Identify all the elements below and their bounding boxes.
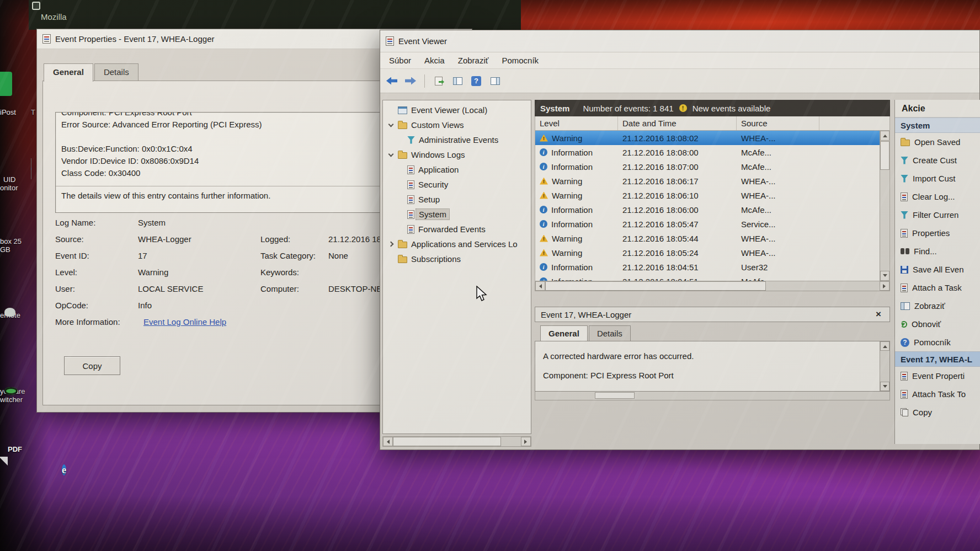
action-save-all-events[interactable]: Save All Even — [895, 260, 980, 279]
menu-help[interactable]: Pomocník — [495, 54, 545, 67]
event-viewer-titlebar[interactable]: Event Viewer — [380, 30, 979, 52]
actions-section-system[interactable]: System — [895, 117, 980, 133]
scrollbar-thumb[interactable] — [880, 141, 890, 170]
log-name-value: System — [138, 218, 166, 227]
menu-view[interactable]: Zobraziť — [451, 54, 496, 67]
tree-item-windows-logs[interactable]: Windows Logs — [383, 147, 531, 162]
chevron-right-icon — [388, 242, 393, 247]
event-row[interactable]: Information 21.12.2016 18:06:00 McAfe... — [535, 202, 881, 217]
action-view[interactable]: Zobraziť — [895, 297, 980, 315]
tree-item-custom-views[interactable]: Custom Views — [383, 117, 531, 132]
action-attach-task[interactable]: Attach a Task — [895, 279, 980, 297]
event-row[interactable]: Information 21 12 2016 18:04:51 McAfe — [535, 274, 881, 281]
log-summary-bar: System Number of events: 1 841 New event… — [535, 100, 890, 116]
preview-tab-details[interactable]: Details — [589, 325, 631, 341]
scrollbar-thumb[interactable] — [595, 392, 635, 399]
scroll-left-button[interactable] — [535, 281, 545, 291]
scroll-up-button[interactable] — [880, 131, 890, 141]
show-console-tree-button[interactable] — [449, 73, 466, 89]
menu-file[interactable]: Súbor — [382, 54, 418, 67]
preview-tab-general[interactable]: General — [540, 325, 588, 341]
actions-section-event[interactable]: Event 17, WHEA-L — [895, 351, 980, 367]
attach-task-icon — [901, 283, 908, 292]
preview-vertical-scrollbar[interactable] — [880, 341, 890, 391]
action-filter-current-log[interactable]: Filter Curren — [895, 206, 980, 224]
desktop-icon-evernote[interactable]: ernote — [0, 302, 20, 319]
event-row[interactable]: Warning 21.12.2016 18:06:17 WHEA-... — [535, 174, 881, 188]
action-help[interactable]: Pomocník — [895, 333, 980, 351]
event-row[interactable]: Warning 21.12.2016 18:05:44 WHEA-... — [535, 231, 881, 245]
copy-button[interactable]: Copy — [64, 356, 120, 375]
list-horizontal-scrollbar[interactable] — [535, 281, 890, 291]
event-id-label: Event ID: — [55, 251, 89, 260]
column-datetime[interactable]: Date and Time — [618, 116, 737, 130]
scroll-up-button[interactable] — [880, 341, 890, 351]
help-icon — [901, 338, 909, 347]
event-row[interactable]: Warning 21.12.2016 18:06:10 WHEA-... — [535, 188, 881, 202]
tree-item-forwarded-events[interactable]: Forwarded Events — [383, 222, 531, 237]
action-attach-task-to-event[interactable]: Attach Task To — [895, 385, 980, 403]
preview-line: A corrected hardware error has occurred. — [543, 351, 882, 361]
refresh-icon — [901, 321, 907, 328]
event-log-online-help-link[interactable]: Event Log Online Help — [143, 317, 226, 327]
event-viewer-window: Event Viewer Súbor Akcia Zobraziť Pomocn… — [380, 30, 980, 450]
information-icon — [540, 220, 547, 228]
action-refresh[interactable]: Obnoviť — [895, 315, 980, 333]
desktop-icon-dropbox[interactable]: box 25 GB — [0, 232, 22, 254]
action-create-custom-view[interactable]: Create Cust — [895, 151, 980, 169]
event-row[interactable]: Information 21.12.2016 18:04:51 User32 — [535, 260, 881, 274]
export-button[interactable] — [430, 73, 447, 89]
desktop-icon-uid-monitor[interactable] — [31, 159, 31, 179]
back-button[interactable] — [384, 73, 400, 89]
desktop-icon-t[interactable]: T — [31, 108, 35, 116]
action-properties[interactable]: Properties — [895, 224, 980, 242]
show-action-pane-button[interactable] — [487, 73, 503, 89]
information-icon — [540, 263, 547, 271]
tree-item-setup[interactable]: Setup — [383, 192, 531, 207]
event-row[interactable]: Information 21.12.2016 18:08:00 McAfe... — [535, 145, 881, 159]
tree-horizontal-scrollbar[interactable] — [382, 436, 531, 447]
column-level[interactable]: Level — [535, 116, 618, 130]
chevron-down-icon — [388, 151, 393, 157]
scroll-right-button[interactable] — [521, 437, 531, 446]
tree-item-root[interactable]: Event Viewer (Local) — [383, 103, 531, 117]
action-import-custom-view[interactable]: Import Cust — [895, 169, 980, 188]
tree-item-administrative-events[interactable]: Administrative Events — [383, 132, 531, 147]
tree-item-subscriptions[interactable]: Subscriptions — [383, 252, 531, 266]
scroll-left-button[interactable] — [383, 437, 393, 446]
column-source[interactable]: Source — [737, 116, 819, 130]
action-open-saved-log[interactable]: Open Saved — [895, 133, 980, 151]
action-copy[interactable]: Copy — [895, 403, 980, 421]
preview-body[interactable]: A corrected hardware error has occurred.… — [535, 341, 890, 392]
eye-care-label-2: witcher — [0, 395, 25, 404]
scroll-right-button[interactable] — [880, 281, 890, 291]
tree-item-applications-and-services[interactable]: Applications and Services Lo — [383, 237, 531, 252]
event-row[interactable]: Information 21.12.2016 18:07:00 McAfe... — [535, 159, 881, 174]
action-clear-log[interactable]: Clear Log... — [895, 188, 980, 206]
log-icon — [407, 180, 414, 189]
action-event-properties[interactable]: Event Properti — [895, 367, 980, 385]
scrollbar-thumb[interactable] — [545, 281, 766, 291]
tree-item-security[interactable]: Security — [383, 177, 531, 192]
list-vertical-scrollbar[interactable] — [880, 131, 890, 281]
log-name: System — [540, 104, 569, 113]
menu-action[interactable]: Akcia — [418, 54, 451, 67]
scroll-down-button[interactable] — [880, 271, 890, 281]
close-icon[interactable] — [873, 309, 884, 320]
desktop-icon-eye-care[interactable]: ye Care witcher — [0, 379, 25, 404]
tree-item-system[interactable]: System — [383, 207, 531, 222]
preview-horizontal-scrollbar[interactable] — [535, 392, 890, 400]
action-find[interactable]: Find... — [895, 242, 980, 260]
forward-button[interactable] — [402, 73, 419, 89]
event-row[interactable]: Information 21.12.2016 18:05:47 Service.… — [535, 217, 881, 231]
desktop-icon-e[interactable]: e — [62, 462, 66, 478]
tab-general[interactable]: General — [44, 63, 93, 82]
event-row[interactable]: Warning 21.12.2016 18:05:24 WHEA-... — [535, 245, 881, 260]
event-row[interactable]: Warning 21.12.2016 18:08:02 WHEA-... — [535, 131, 881, 145]
scroll-down-button[interactable] — [880, 382, 890, 391]
desktop-icon-ipost[interactable]: iPost — [0, 72, 16, 116]
scrollbar-thumb[interactable] — [393, 437, 501, 446]
help-button[interactable] — [468, 73, 484, 89]
tab-details[interactable]: Details — [94, 63, 139, 81]
tree-item-application[interactable]: Application — [383, 162, 531, 177]
